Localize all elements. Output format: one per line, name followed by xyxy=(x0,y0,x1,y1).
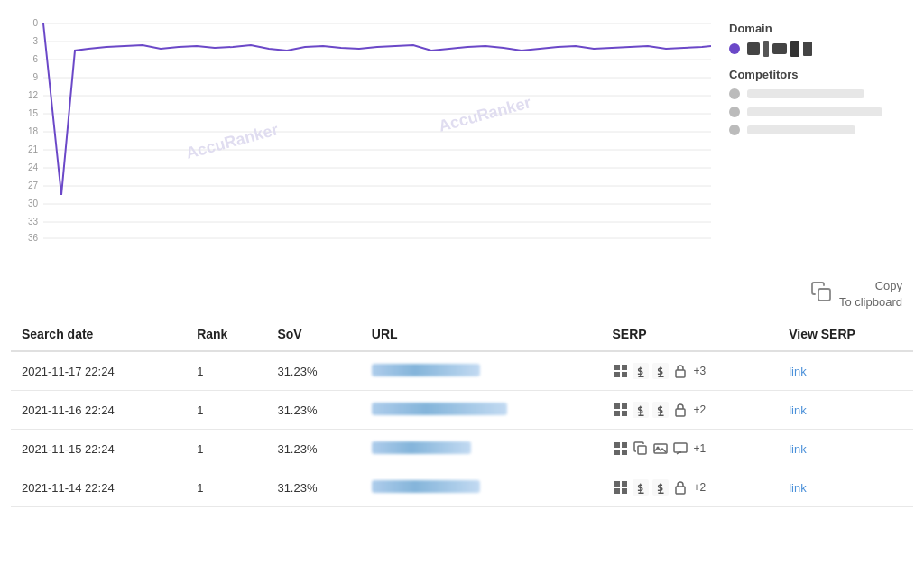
svg-rect-33 xyxy=(818,289,830,301)
svg-text:27: 27 xyxy=(28,181,39,190)
view-serp-link[interactable]: link xyxy=(789,481,807,495)
competitor-label-1 xyxy=(747,89,864,98)
serp-badge: +2 xyxy=(694,403,707,416)
view-serp-link[interactable]: link xyxy=(789,403,807,417)
copy-icon xyxy=(810,281,832,308)
cell-serp: $̲$̲+2 xyxy=(602,468,779,507)
svg-rect-51 xyxy=(674,443,687,452)
dollar-serp-icon: $̲ xyxy=(633,363,649,379)
serp-badge: +2 xyxy=(694,481,707,494)
svg-text:12: 12 xyxy=(28,90,39,100)
svg-text:21: 21 xyxy=(28,144,39,154)
lock-serp-icon xyxy=(672,402,688,418)
table-row: 2021-11-15 22:24131.23%+1link xyxy=(11,430,913,468)
svg-text:33: 33 xyxy=(28,217,39,227)
url-blur xyxy=(372,403,507,415)
svg-text:3: 3 xyxy=(32,36,38,46)
chart-svg: 0 3 6 9 12 15 18 21 24 27 30 33 36 AccuR… xyxy=(7,14,711,249)
svg-rect-43 xyxy=(676,409,685,416)
domain-icon-3 xyxy=(772,43,787,54)
cell-date: 2021-11-15 22:24 xyxy=(11,430,186,468)
svg-rect-54 xyxy=(614,488,620,494)
cell-view-serp[interactable]: link xyxy=(778,468,913,507)
col-header-url: URL xyxy=(361,318,602,351)
svg-text:0: 0 xyxy=(32,18,38,28)
view-serp-link[interactable]: link xyxy=(789,365,807,378)
cell-rank: 1 xyxy=(186,351,266,391)
svg-rect-40 xyxy=(622,403,627,409)
svg-rect-38 xyxy=(676,370,685,377)
view-serp-link[interactable]: link xyxy=(789,442,807,456)
cell-serp: +1 xyxy=(602,430,779,468)
svg-text:Oct '21: Oct '21 xyxy=(530,248,559,249)
cell-date: 2021-11-14 22:24 xyxy=(11,468,186,507)
cell-view-serp[interactable]: link xyxy=(778,391,913,430)
url-blur xyxy=(372,441,471,454)
svg-rect-53 xyxy=(622,481,627,487)
copy-serp-icon xyxy=(633,441,649,457)
svg-rect-45 xyxy=(622,442,627,448)
copy-line1: Copy xyxy=(839,278,902,294)
url-blur xyxy=(372,480,480,493)
competitor-row-1 xyxy=(729,88,910,99)
svg-text:Nov '21: Nov '21 xyxy=(651,248,681,249)
cell-date: 2021-11-16 22:24 xyxy=(11,391,186,430)
grid-serp-icon xyxy=(613,363,629,379)
dollar-serp-icon: $̲ xyxy=(633,479,649,496)
svg-text:15: 15 xyxy=(28,108,39,118)
domain-legend-icons xyxy=(747,41,812,57)
cell-sov: 31.23% xyxy=(266,468,360,507)
cell-serp: $̲$̲+2 xyxy=(602,391,779,430)
table-section: Search date Rank SoV URL SERP View SERP … xyxy=(0,318,924,507)
svg-text:9: 9 xyxy=(32,72,38,82)
cell-view-serp[interactable]: link xyxy=(778,351,913,391)
svg-rect-34 xyxy=(614,365,620,370)
col-header-sov: SoV xyxy=(266,318,360,351)
table-header-row: Search date Rank SoV URL SERP View SERP xyxy=(11,318,913,351)
svg-rect-55 xyxy=(622,488,627,494)
data-table: Search date Rank SoV URL SERP View SERP … xyxy=(11,318,913,507)
cell-url xyxy=(361,468,602,507)
svg-rect-42 xyxy=(622,411,627,416)
col-header-search-date: Search date xyxy=(11,318,186,351)
competitors-legend-title: Competitors xyxy=(729,68,910,81)
chat-serp-icon xyxy=(672,441,688,457)
domain-legend-title: Domain xyxy=(729,22,910,35)
svg-rect-56 xyxy=(676,487,685,494)
competitor-dot-1 xyxy=(729,88,740,99)
competitor-label-3 xyxy=(747,125,855,134)
svg-rect-44 xyxy=(614,442,620,448)
svg-text:24: 24 xyxy=(28,162,39,172)
cell-view-serp[interactable]: link xyxy=(778,430,913,468)
table-header: Search date Rank SoV URL SERP View SERP xyxy=(11,318,913,351)
main-container: 0 3 6 9 12 15 18 21 24 27 30 33 36 AccuR… xyxy=(0,0,924,575)
svg-rect-36 xyxy=(614,372,620,377)
col-header-rank: Rank xyxy=(186,318,266,351)
svg-text:6: 6 xyxy=(32,54,38,64)
domain-legend-row xyxy=(729,41,910,57)
copy-text: Copy To clipboard xyxy=(839,278,902,311)
cell-rank: 1 xyxy=(186,468,266,507)
grid-serp-icon xyxy=(613,441,629,457)
url-blur xyxy=(372,364,480,376)
lock-serp-icon xyxy=(672,363,688,379)
svg-rect-37 xyxy=(622,372,627,377)
svg-text:AccuRanker: AccuRanker xyxy=(437,93,533,135)
table-body: 2021-11-17 22:24131.23%$̲$̲+3link2021-11… xyxy=(11,351,913,507)
chart-section: 0 3 6 9 12 15 18 21 24 27 30 33 36 AccuR… xyxy=(0,0,924,271)
svg-rect-48 xyxy=(638,446,646,454)
table-row: 2021-11-16 22:24131.23%$̲$̲+2link xyxy=(11,391,913,430)
svg-text:Sep '21: Sep '21 xyxy=(398,248,429,249)
lock-serp-icon xyxy=(672,479,688,496)
cell-rank: 1 xyxy=(186,430,266,468)
copy-section[interactable]: Copy To clipboard xyxy=(0,271,924,318)
cell-serp: $̲$̲+3 xyxy=(602,351,779,391)
svg-text:AccuRanker: AccuRanker xyxy=(184,120,281,162)
competitor-dot-3 xyxy=(729,125,740,135)
dollar2-serp-icon: $̲ xyxy=(652,479,669,496)
competitor-dot-2 xyxy=(729,107,740,117)
domain-icon-4 xyxy=(790,41,799,57)
competitor-label-2 xyxy=(747,107,882,116)
competitor-row-3 xyxy=(729,125,910,135)
cell-rank: 1 xyxy=(186,391,266,430)
